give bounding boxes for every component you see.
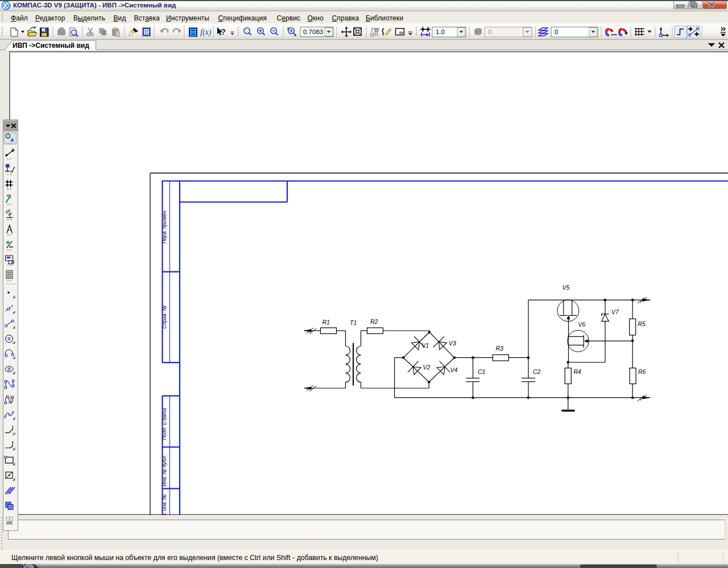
svg-text:Справ. №: Справ. № — [162, 305, 167, 328]
svg-text:0.7083: 0.7083 — [303, 28, 323, 35]
svg-text:Перв. примен.: Перв. примен. — [162, 209, 167, 244]
svg-text:R2: R2 — [370, 318, 378, 325]
svg-text:V4: V4 — [450, 367, 458, 373]
svg-text:1.0: 1.0 — [436, 28, 445, 35]
svg-text:V5: V5 — [562, 284, 570, 291]
svg-text:V3: V3 — [449, 340, 456, 347]
svg-text:C2: C2 — [533, 368, 541, 375]
svg-text:V2: V2 — [423, 364, 431, 371]
svg-text:0: 0 — [555, 28, 558, 35]
svg-text:f(x): f(x) — [200, 28, 212, 37]
svg-text:R1: R1 — [322, 319, 330, 326]
svg-text:V7: V7 — [611, 308, 619, 315]
svg-text:T1: T1 — [350, 319, 357, 326]
svg-text:Взам. инв. №: Взам. инв. № — [162, 494, 167, 515]
svg-text:C1: C1 — [478, 368, 485, 375]
svg-text:?: ? — [221, 27, 226, 36]
svg-text:R3: R3 — [496, 345, 504, 352]
svg-text:Инв. № дубл.: Инв. № дубл. — [162, 455, 167, 486]
svg-text:V6: V6 — [578, 321, 586, 328]
svg-text:R5: R5 — [638, 320, 646, 327]
svg-text:R4: R4 — [574, 368, 582, 375]
svg-text:R6: R6 — [638, 368, 646, 375]
svg-text:Подп. и дата: Подп. и дата — [162, 408, 167, 440]
svg-text:0: 0 — [488, 28, 491, 35]
svg-text:V1: V1 — [422, 342, 429, 349]
